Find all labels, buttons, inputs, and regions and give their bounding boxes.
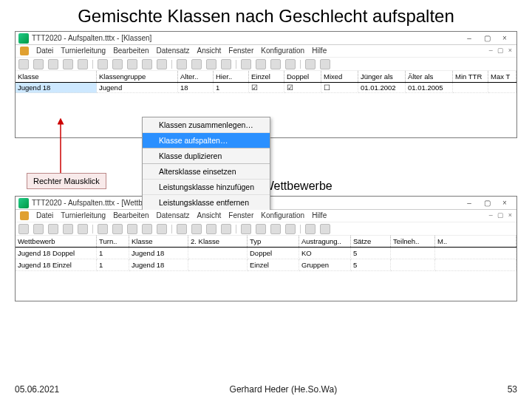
mdi-icon[interactable]: [20, 211, 29, 220]
cell[interactable]: Jugend 18: [129, 248, 188, 259]
toolbar-icon[interactable]: [112, 224, 123, 234]
doc-close[interactable]: ×: [508, 47, 512, 54]
minimize-button[interactable]: –: [460, 199, 478, 207]
toolbar-icon[interactable]: [221, 59, 231, 69]
table-row[interactable]: Jugend 18 Doppel 1 Jugend 18 Doppel KO 5: [16, 248, 516, 259]
cell[interactable]: Jugend 18 Doppel: [16, 248, 97, 259]
cell[interactable]: 01.01.2002: [358, 83, 406, 93]
cell[interactable]: [391, 248, 435, 259]
toolbar-icon[interactable]: [127, 224, 137, 234]
toolbar-icon[interactable]: [33, 59, 44, 69]
cell[interactable]: [488, 83, 516, 93]
toolbar-icon[interactable]: [320, 224, 330, 234]
maximize-button[interactable]: ▢: [478, 34, 496, 42]
toolbar-icon[interactable]: [48, 224, 58, 234]
col-mixed[interactable]: Mixed: [321, 71, 358, 82]
toolbar-icon[interactable]: [221, 224, 231, 234]
cell[interactable]: Jugend 18 Einzel: [16, 259, 97, 271]
nav-last-icon[interactable]: [285, 224, 296, 234]
toolbar-icon[interactable]: [78, 224, 88, 234]
toolbar-icon[interactable]: [127, 59, 137, 69]
menu-hilfe[interactable]: Hilfe: [312, 47, 327, 55]
cell[interactable]: Jugend 18: [129, 259, 188, 271]
menu-ansicht[interactable]: Ansicht: [197, 211, 222, 220]
cell[interactable]: Gruppen: [299, 259, 351, 271]
toolbar-icon[interactable]: [177, 224, 187, 234]
menu-datensatz[interactable]: Datensatz: [157, 47, 190, 55]
ctx-duplizieren[interactable]: Klasse duplizieren: [143, 148, 270, 163]
col-aelter[interactable]: Älter als: [406, 71, 453, 82]
close-button[interactable]: ×: [496, 34, 514, 42]
cell[interactable]: Jugend: [97, 83, 178, 93]
nav-last-icon[interactable]: [285, 59, 296, 69]
col-klassengruppe[interactable]: Klassengruppe: [97, 71, 178, 82]
toolbar-icon[interactable]: [78, 59, 88, 69]
cell[interactable]: [435, 248, 516, 259]
menu-konfiguration[interactable]: Konfiguration: [261, 211, 304, 220]
toolbar-icon[interactable]: [305, 224, 316, 234]
nav-prev-icon[interactable]: [256, 224, 266, 234]
menu-datei[interactable]: Datei: [36, 211, 53, 220]
col-wettbewerb[interactable]: Wettbewerb: [16, 236, 97, 247]
cell[interactable]: [453, 83, 488, 93]
doc-restore[interactable]: ▢: [497, 211, 504, 219]
cell[interactable]: 01.01.2005: [406, 83, 453, 93]
cell[interactable]: Einzel: [248, 259, 299, 271]
col-minttr[interactable]: Min TTR: [453, 71, 488, 82]
toolbar-icon[interactable]: [157, 224, 167, 234]
col-saetze[interactable]: Sätze: [351, 236, 391, 247]
col-2klasse[interactable]: 2. Klasse: [188, 236, 248, 247]
col-alter[interactable]: Alter..: [178, 71, 214, 82]
toolbar-icon[interactable]: [157, 59, 167, 69]
cell[interactable]: 1: [214, 83, 249, 93]
toolbar-icon[interactable]: [206, 224, 216, 234]
nav-prev-icon[interactable]: [256, 59, 266, 69]
menu-fenster[interactable]: Fenster: [228, 211, 253, 220]
cell[interactable]: [391, 259, 435, 271]
toolbar-icon[interactable]: [48, 59, 58, 69]
toolbar-icon[interactable]: [63, 59, 73, 69]
cell[interactable]: [435, 259, 516, 271]
nav-next-icon[interactable]: [270, 59, 281, 69]
toolbar-icon[interactable]: [191, 224, 202, 234]
nav-first-icon[interactable]: [241, 224, 251, 234]
ctx-zusammenlegen[interactable]: Klassen zusammenlegen…: [143, 117, 270, 132]
maximize-button[interactable]: ▢: [478, 199, 496, 207]
col-turn[interactable]: Turn..: [97, 236, 129, 247]
cell[interactable]: 1: [97, 259, 129, 271]
toolbar-icon[interactable]: [177, 59, 187, 69]
menu-datensatz[interactable]: Datensatz: [157, 211, 190, 220]
col-klasse[interactable]: Klasse: [16, 71, 97, 82]
cell[interactable]: KO: [299, 248, 351, 259]
cell-checkbox[interactable]: ☐: [321, 83, 358, 93]
ctx-leistung-remove[interactable]: Leistungsklasse entfernen: [143, 194, 270, 210]
table-row[interactable]: Jugend 18 Jugend 18 1 ☑ ☑ ☐ 01.01.2002 0…: [16, 83, 516, 93]
menu-ansicht[interactable]: Ansicht: [197, 47, 222, 55]
minimize-button[interactable]: –: [460, 34, 478, 42]
toolbar-icon[interactable]: [320, 59, 330, 69]
cell[interactable]: 1: [97, 248, 129, 259]
menu-turnierleitung[interactable]: Turnierleitung: [61, 47, 106, 55]
cell-checkbox[interactable]: ☑: [249, 83, 284, 93]
cell[interactable]: [188, 259, 248, 271]
menu-konfiguration[interactable]: Konfiguration: [261, 47, 304, 55]
ctx-aufspalten[interactable]: Klasse aufspalten…: [143, 132, 270, 148]
cell-checkbox[interactable]: ☑: [284, 83, 321, 93]
toolbar-icon[interactable]: [98, 59, 108, 69]
doc-minimize[interactable]: –: [489, 211, 493, 219]
doc-minimize[interactable]: –: [489, 47, 493, 54]
col-teilneh[interactable]: Teilneh..: [391, 236, 435, 247]
col-m[interactable]: M..: [435, 236, 516, 247]
toolbar-icon[interactable]: [63, 224, 73, 234]
col-doppel[interactable]: Doppel: [284, 71, 321, 82]
toolbar-icon[interactable]: [191, 59, 202, 69]
col-einzel[interactable]: Einzel: [249, 71, 284, 82]
cell[interactable]: 5: [351, 259, 391, 271]
mdi-icon[interactable]: [20, 47, 29, 55]
col-austragung[interactable]: Austragung..: [299, 236, 351, 247]
close-button[interactable]: ×: [496, 199, 514, 207]
toolbar-icon[interactable]: [305, 59, 316, 69]
menu-turnierleitung[interactable]: Turnierleitung: [61, 211, 106, 220]
toolbar-icon[interactable]: [18, 224, 29, 234]
col-klasse[interactable]: Klasse: [129, 236, 188, 247]
